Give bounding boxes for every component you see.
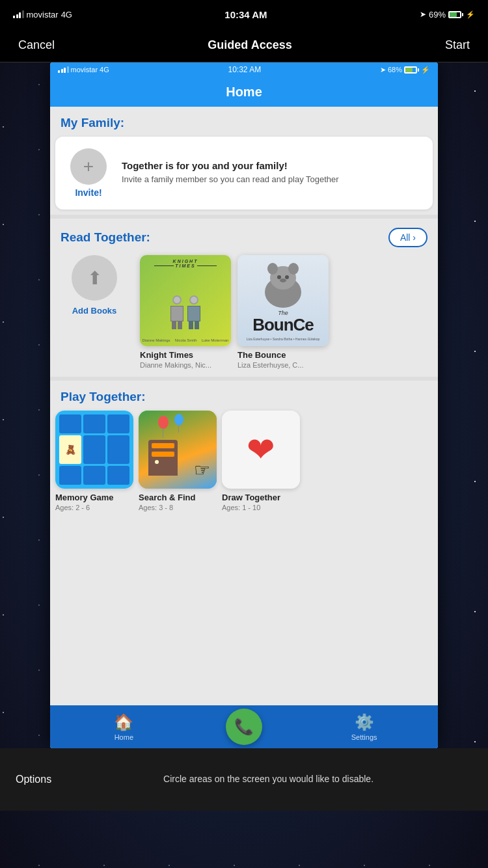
- svg-point-4: [277, 275, 281, 279]
- add-member-button[interactable]: +: [70, 148, 107, 185]
- outer-battery-area: ➤ 69% ⚡: [420, 10, 475, 20]
- inner-signal-icon: [58, 66, 69, 73]
- search-find-illustration: ☞: [139, 411, 217, 489]
- memory-cell-5: [83, 435, 105, 465]
- read-together-header: Read Together: All ›: [50, 219, 438, 252]
- app-content: My Family: + Invite! Together is for you…: [50, 107, 438, 705]
- memory-cell-7: [59, 466, 81, 485]
- my-family-title: My Family:: [61, 116, 124, 129]
- add-books-button[interactable]: ⬆ Add Books: [55, 255, 133, 316]
- book-knight-times[interactable]: KNIGHT TIMES: [140, 255, 231, 369]
- knight-times-author: Dianne Makings, Nic...: [140, 361, 231, 369]
- knight-times-cover: KNIGHT TIMES: [140, 255, 231, 346]
- bounce-illustration: The BounCe Liza Esterhuyse • Sandra Both…: [237, 255, 329, 346]
- draw-together-illustration: ❤: [222, 411, 300, 489]
- search-find-thumb: ☞: [139, 411, 217, 489]
- add-member-column: + Invite!: [66, 148, 111, 198]
- family-invite-card: + Invite! Together is for you and your f…: [55, 137, 433, 210]
- play-together-header: Play Together:: [50, 381, 438, 408]
- inner-battery-icon: [404, 66, 419, 74]
- outer-battery-pct: 69%: [429, 10, 446, 20]
- play-together-section: Play Together: 🧸: [50, 381, 438, 523]
- svg-point-6: [280, 278, 286, 282]
- outer-network: 4G: [61, 10, 72, 20]
- draw-together-thumb: ❤: [222, 411, 300, 489]
- inner-battery-pct: 68%: [388, 66, 402, 74]
- memory-cell-9: [107, 466, 129, 485]
- svg-point-2: [267, 263, 278, 275]
- app-header: Home: [50, 77, 438, 107]
- phone-screen: movistar 4G 10:32 AM ➤ 68% ⚡ Home My Fam…: [50, 62, 438, 748]
- draw-together-card[interactable]: ❤ Draw Together Ages: 1 - 10: [222, 411, 300, 511]
- knight-times-title: Knight Times: [140, 350, 231, 360]
- search-find-name: Search & Find: [139, 493, 217, 502]
- location-icon: ➤: [420, 10, 426, 19]
- inner-signal-area: movistar 4G: [58, 66, 109, 74]
- call-button[interactable]: 📞: [226, 709, 262, 745]
- books-row: ⬆ Add Books KNIGHT TIMES: [50, 252, 438, 377]
- search-find-ages: Ages: 3 - 8: [139, 504, 217, 511]
- knight-times-illustration: KNIGHT TIMES: [140, 255, 231, 346]
- svg-point-3: [288, 263, 299, 275]
- bounce-title: The Bounce: [237, 350, 329, 360]
- bolt-icon: ⚡: [466, 10, 475, 19]
- start-button[interactable]: Start: [445, 38, 470, 52]
- inner-battery-area: ➤ 68% ⚡: [380, 66, 430, 74]
- bounce-cover: The BounCe Liza Esterhuyse • Sandra Both…: [237, 255, 329, 346]
- memory-game-ages: Ages: 2 - 6: [55, 504, 133, 511]
- games-grid: 🧸 Memory Game Ages: 2 - 6: [50, 408, 438, 517]
- inner-bolt-icon: ⚡: [421, 66, 430, 74]
- instructions-text: Circle areas on the screen you would lik…: [64, 773, 472, 786]
- play-together-title: Play Together:: [61, 390, 146, 403]
- memory-cell-3: [107, 414, 129, 433]
- inner-network: 4G: [100, 66, 109, 74]
- bottom-instructions-bar: Options Circle areas on the screen you w…: [0, 748, 488, 811]
- memory-game-card[interactable]: 🧸 Memory Game Ages: 2 - 6: [55, 411, 133, 511]
- battery-icon: [448, 11, 463, 18]
- memory-game-name: Memory Game: [55, 493, 133, 502]
- bottom-tab-bar: 🏠 Home 📞 ⚙️ Settings: [50, 705, 438, 748]
- plus-icon: +: [83, 157, 94, 176]
- memory-cell-4: 🧸: [59, 435, 81, 465]
- inner-carrier: movistar: [71, 66, 98, 74]
- phone-icon: 📞: [234, 718, 254, 736]
- memory-game-thumb: 🧸: [55, 411, 133, 489]
- options-button[interactable]: Options: [16, 774, 51, 785]
- guided-access-title: Guided Access: [208, 38, 291, 52]
- read-together-section: Read Together: All › ⬆ Add Books: [50, 219, 438, 377]
- home-tab-label: Home: [115, 733, 133, 741]
- bounce-author: Liza Esterhuyse, C...: [237, 361, 329, 369]
- invite-label[interactable]: Invite!: [75, 187, 102, 198]
- add-books-circle: ⬆: [72, 255, 117, 301]
- family-invite-text: Together is for you and your family! Inv…: [122, 160, 339, 185]
- invite-heading: Together is for you and your family!: [122, 160, 339, 171]
- svg-point-5: [285, 275, 289, 279]
- book-the-bounce[interactable]: The BounCe Liza Esterhuyse • Sandra Both…: [237, 255, 329, 369]
- heart-icon: ❤: [247, 430, 275, 469]
- memory-game-illustration: 🧸: [55, 411, 133, 489]
- outer-carrier: movistar: [27, 10, 59, 20]
- invite-body: Invite a family member so you can read a…: [122, 174, 339, 185]
- outer-signal-area: movistar 4G: [13, 10, 72, 20]
- tab-home[interactable]: 🏠 Home: [104, 713, 143, 741]
- memory-cell-6: [107, 435, 129, 465]
- tab-settings[interactable]: ⚙️ Settings: [345, 713, 384, 741]
- settings-tab-label: Settings: [351, 733, 377, 741]
- inner-time: 10:32 AM: [228, 65, 262, 74]
- outer-time: 10:34 AM: [224, 9, 267, 20]
- settings-icon: ⚙️: [355, 713, 374, 731]
- inner-status-bar: movistar 4G 10:32 AM ➤ 68% ⚡: [50, 62, 438, 77]
- search-find-card[interactable]: ☞ Search & Find Ages: 3 - 8: [139, 411, 217, 511]
- all-button[interactable]: All ›: [388, 228, 427, 247]
- add-books-label: Add Books: [72, 306, 117, 316]
- draw-together-ages: Ages: 1 - 10: [222, 504, 300, 511]
- outer-status-bar: movistar 4G 10:34 AM ➤ 69% ⚡: [0, 0, 488, 29]
- inner-location-icon: ➤: [380, 66, 386, 74]
- guided-access-nav: Cancel Guided Access Start: [0, 29, 488, 62]
- memory-cell-1: [59, 414, 81, 433]
- draw-together-name: Draw Together: [222, 493, 300, 502]
- my-family-section: My Family: + Invite! Together is for you…: [50, 107, 438, 210]
- cancel-button[interactable]: Cancel: [18, 38, 55, 52]
- memory-cell-2: [83, 414, 105, 433]
- my-family-header: My Family:: [50, 107, 438, 134]
